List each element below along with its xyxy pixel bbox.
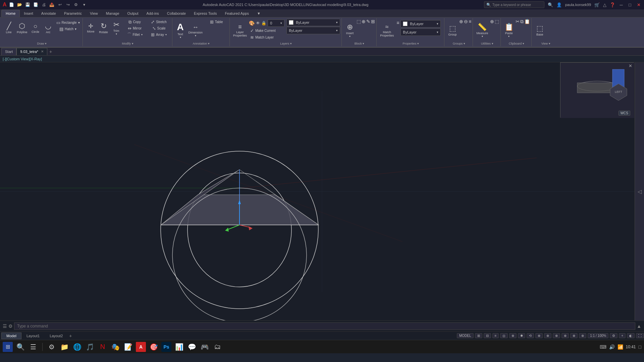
tab-insert[interactable]: Insert [20, 10, 37, 17]
polar-btn[interactable]: ◎ [500, 333, 508, 338]
otrack-btn[interactable]: ✱ [518, 333, 525, 338]
block-icon-2[interactable]: ⊕ [362, 19, 366, 24]
app8-button[interactable]: 📝 [123, 342, 133, 352]
zoom-in-btn[interactable]: + [619, 333, 626, 338]
photoshop-button[interactable]: Ps [161, 342, 171, 352]
group-small-icon-3[interactable]: ≡ [469, 19, 471, 24]
base-button[interactable]: ⬚ Base [534, 19, 546, 42]
tab-more[interactable]: ▼ [253, 10, 265, 17]
layer-vis-icon[interactable]: 👁 [256, 21, 260, 25]
stretch-button[interactable]: ⤢ Stretch [147, 19, 171, 25]
tab-start[interactable]: Start [1, 48, 16, 55]
save-icon[interactable]: 💾 [25, 2, 31, 8]
properties-list-icon[interactable]: ≡ [396, 20, 399, 25]
dyn-input-btn[interactable]: ⊕ [570, 333, 578, 338]
cmd-panel-icon[interactable]: ☰ [3, 323, 7, 329]
full-screen-btn[interactable]: ⛶ [636, 333, 644, 338]
fillet-button[interactable]: ⌒ Fillet▾ [123, 32, 147, 38]
zoom-out-btn[interactable]: ◐ [627, 333, 635, 338]
mirror-button[interactable]: ⇔ Mirror [123, 25, 147, 31]
linetype-dropdown[interactable]: ByLayer ▾ [400, 28, 441, 36]
copy-button[interactable]: ⧉ Copy [123, 19, 147, 25]
notification-icon[interactable]: □ [639, 344, 641, 350]
tab-layout2[interactable]: Layout2 [45, 333, 68, 339]
rotate-button[interactable]: ↻ Rotate [98, 19, 110, 38]
circle-button[interactable]: ○ Circle [30, 19, 42, 38]
keyboard-icon[interactable]: ⌨ [600, 344, 606, 350]
search-button[interactable]: 🔍 [15, 342, 25, 352]
polyline-button[interactable]: ⬡ Polyline [15, 19, 29, 38]
make-current-button[interactable]: ✓ Make Current [249, 27, 277, 34]
utilities-icon-2[interactable]: ⬚ [495, 19, 499, 24]
save-as-icon[interactable]: 📑 [33, 2, 39, 8]
group-small-icon-2[interactable]: ⊖ [464, 19, 468, 24]
model-label[interactable]: MODEL [457, 333, 474, 338]
explorer-button[interactable]: 📁 [59, 342, 69, 352]
network-icon[interactable]: 📶 [618, 344, 623, 350]
clipboard-icon-1[interactable]: ✂ [516, 19, 520, 24]
spotify-button[interactable]: 🎵 [85, 342, 95, 352]
netflix-button[interactable]: N [98, 342, 108, 352]
snap-btn[interactable]: ⊟ [484, 333, 491, 338]
settings-taskbar-button[interactable]: ⚙ [47, 342, 57, 352]
tab-featured[interactable]: Featured Apps [221, 10, 253, 17]
canvas-area[interactable]: ✕ LEFT WCS ◁ [0, 62, 644, 320]
bylayer-dropdown-1[interactable]: ByLayer ▾ [286, 19, 340, 26]
ortho-btn[interactable]: ≡ [492, 333, 499, 338]
paste-button[interactable]: 📋 Paste▾ [503, 19, 515, 42]
arc-button[interactable]: ◡ Arc [42, 19, 54, 38]
text-button[interactable]: A Text▾ [174, 19, 186, 42]
volume-icon[interactable]: 🔊 [609, 344, 615, 350]
layer-color-icon[interactable]: 🎨 [249, 20, 255, 26]
tab-view[interactable]: View [86, 10, 102, 17]
block-icon-3[interactable]: ✎ [366, 19, 370, 24]
clipboard-icon-3[interactable]: 📋 [524, 19, 530, 24]
taskview-button[interactable]: ☰ [28, 342, 38, 352]
tab-manage[interactable]: Manage [102, 10, 123, 17]
new-file-icon[interactable]: 📄 [9, 2, 15, 8]
hatch-button[interactable]: ▤ Hatch▾ [55, 26, 81, 32]
clipboard-icon-2[interactable]: ⧉ [520, 19, 524, 24]
measure-button[interactable]: 📏 Measure▾ [475, 19, 489, 42]
dyn-ucs-btn[interactable]: ⊕ [561, 333, 569, 338]
search-bar[interactable]: 🔍 Type a keyword or phrase [484, 1, 544, 8]
viewport-close-button[interactable]: ✕ [629, 63, 632, 68]
close-button[interactable]: ✕ [636, 2, 641, 7]
tab-output[interactable]: Output [123, 10, 143, 17]
layer-properties-button[interactable]: ≡ LayerProperties [232, 19, 248, 42]
undo-icon[interactable]: ↩ [57, 2, 63, 8]
autocad-taskbar-button[interactable]: A [136, 342, 146, 352]
grid-btn[interactable]: ⊞ [475, 333, 482, 338]
redo-icon[interactable]: ↪ [65, 2, 71, 8]
side-panel-toggle[interactable]: ◁ [635, 62, 644, 320]
group-small-icon-1[interactable]: ⊕ [459, 19, 463, 24]
qa-dropdown-icon[interactable]: ▾ [81, 2, 87, 8]
trim-button[interactable]: ✂ Trim▾ [110, 19, 122, 38]
bylayer-dropdown-2[interactable]: ByLayer ▾ [286, 27, 340, 34]
publish-icon[interactable]: 📤 [49, 2, 55, 8]
wcs-button[interactable]: WCS [619, 111, 630, 116]
3d-osnap-btn[interactable]: ⊕ [553, 333, 560, 338]
minimize-button[interactable]: ─ [619, 2, 624, 7]
tab-model[interactable]: Model [1, 333, 21, 339]
maximize-button[interactable]: □ [627, 2, 633, 7]
app15-button[interactable]: 🗂 [212, 342, 222, 352]
start-button[interactable]: ⊞ [3, 342, 13, 352]
tab-layout1[interactable]: Layout1 [21, 333, 45, 339]
chrome-button[interactable]: 🌐 [72, 342, 82, 352]
cmd-expand-icon[interactable]: ▲ [637, 323, 641, 329]
app14-button[interactable]: 🎮 [200, 342, 210, 352]
lineweight-btn[interactable]: ⟲ [527, 333, 534, 338]
tab-home[interactable]: Home [1, 10, 20, 17]
tab-parametric[interactable]: Parametric [60, 10, 86, 17]
tab-collaborate[interactable]: Collaborate [163, 10, 190, 17]
move-button[interactable]: ✛ Move [85, 19, 97, 38]
command-input[interactable] [14, 322, 635, 330]
open-file-icon[interactable]: 📂 [17, 2, 23, 8]
table-button[interactable]: ⊞ Table [205, 19, 228, 25]
print-icon[interactable]: 🖨 [41, 2, 47, 8]
triangle-icon[interactable]: △ [603, 2, 606, 7]
utilities-icon-1[interactable]: ⊕ [490, 19, 494, 24]
app12-button[interactable]: 📊 [174, 342, 184, 352]
sel-cycle-btn[interactable]: ⊕ [544, 333, 551, 338]
